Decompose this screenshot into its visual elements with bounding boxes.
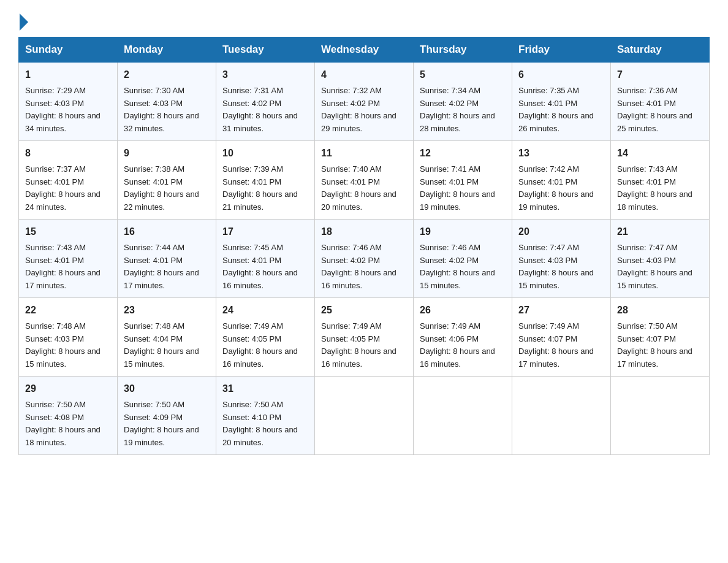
- calendar-cell: 6Sunrise: 7:35 AMSunset: 4:01 PMDaylight…: [512, 63, 611, 141]
- day-info: Sunrise: 7:49 AMSunset: 4:05 PMDaylight:…: [222, 320, 308, 371]
- calendar-cell: 11Sunrise: 7:40 AMSunset: 4:01 PMDayligh…: [315, 140, 414, 219]
- day-info: Sunrise: 7:32 AMSunset: 4:02 PMDaylight:…: [321, 85, 407, 136]
- day-info: Sunrise: 7:49 AMSunset: 4:06 PMDaylight:…: [420, 320, 506, 371]
- calendar-week-row: 15Sunrise: 7:43 AMSunset: 4:01 PMDayligh…: [19, 219, 710, 297]
- day-info: Sunrise: 7:30 AMSunset: 4:03 PMDaylight:…: [124, 85, 210, 136]
- day-info: Sunrise: 7:50 AMSunset: 4:09 PMDaylight:…: [124, 399, 210, 450]
- day-number: 11: [321, 146, 407, 161]
- calendar-cell: 25Sunrise: 7:49 AMSunset: 4:05 PMDayligh…: [315, 297, 414, 376]
- day-number: 14: [617, 146, 703, 161]
- day-number: 12: [420, 146, 506, 161]
- day-info: Sunrise: 7:42 AMSunset: 4:01 PMDaylight:…: [518, 163, 604, 214]
- calendar-week-row: 1Sunrise: 7:29 AMSunset: 4:03 PMDaylight…: [19, 63, 710, 141]
- calendar-table: SundayMondayTuesdayWednesdayThursdayFrid…: [18, 37, 710, 455]
- day-info: Sunrise: 7:47 AMSunset: 4:03 PMDaylight:…: [518, 242, 604, 293]
- day-number: 22: [25, 303, 111, 318]
- day-number: 19: [420, 224, 506, 240]
- day-info: Sunrise: 7:43 AMSunset: 4:01 PMDaylight:…: [25, 242, 111, 293]
- calendar-week-row: 8Sunrise: 7:37 AMSunset: 4:01 PMDaylight…: [19, 140, 710, 219]
- day-info: Sunrise: 7:29 AMSunset: 4:03 PMDaylight:…: [25, 85, 111, 136]
- day-number: 24: [222, 303, 308, 318]
- day-info: Sunrise: 7:35 AMSunset: 4:01 PMDaylight:…: [518, 85, 604, 136]
- day-number: 31: [222, 381, 308, 397]
- calendar-cell: 30Sunrise: 7:50 AMSunset: 4:09 PMDayligh…: [118, 376, 216, 454]
- calendar-cell: 13Sunrise: 7:42 AMSunset: 4:01 PMDayligh…: [512, 140, 611, 219]
- day-number: 8: [25, 146, 111, 161]
- day-info: Sunrise: 7:50 AMSunset: 4:08 PMDaylight:…: [25, 399, 111, 450]
- calendar-cell: 26Sunrise: 7:49 AMSunset: 4:06 PMDayligh…: [414, 297, 512, 376]
- calendar-cell: [414, 376, 512, 454]
- day-number: 7: [617, 67, 703, 83]
- day-info: Sunrise: 7:31 AMSunset: 4:02 PMDaylight:…: [222, 85, 308, 136]
- calendar-cell: 23Sunrise: 7:48 AMSunset: 4:04 PMDayligh…: [118, 297, 216, 376]
- calendar-cell: 8Sunrise: 7:37 AMSunset: 4:01 PMDaylight…: [19, 140, 118, 219]
- day-number: 6: [518, 67, 604, 83]
- calendar-cell: 12Sunrise: 7:41 AMSunset: 4:01 PMDayligh…: [414, 140, 512, 219]
- day-info: Sunrise: 7:46 AMSunset: 4:02 PMDaylight:…: [420, 242, 506, 293]
- day-info: Sunrise: 7:43 AMSunset: 4:01 PMDaylight:…: [617, 163, 703, 214]
- calendar-cell: 10Sunrise: 7:39 AMSunset: 4:01 PMDayligh…: [216, 140, 315, 219]
- calendar-cell: [611, 376, 710, 454]
- calendar-cell: 7Sunrise: 7:36 AMSunset: 4:01 PMDaylight…: [611, 63, 710, 141]
- day-info: Sunrise: 7:40 AMSunset: 4:01 PMDaylight:…: [321, 163, 407, 214]
- calendar-cell: [512, 376, 611, 454]
- day-info: Sunrise: 7:37 AMSunset: 4:01 PMDaylight:…: [25, 163, 111, 214]
- day-number: 26: [420, 303, 506, 318]
- calendar-cell: 18Sunrise: 7:46 AMSunset: 4:02 PMDayligh…: [315, 219, 414, 297]
- page-header: [18, 12, 710, 31]
- day-info: Sunrise: 7:50 AMSunset: 4:10 PMDaylight:…: [222, 399, 308, 450]
- day-info: Sunrise: 7:48 AMSunset: 4:04 PMDaylight:…: [124, 320, 210, 371]
- day-number: 20: [518, 224, 604, 240]
- day-info: Sunrise: 7:44 AMSunset: 4:01 PMDaylight:…: [124, 242, 210, 293]
- calendar-header-row: SundayMondayTuesdayWednesdayThursdayFrid…: [19, 37, 710, 63]
- day-number: 1: [25, 67, 111, 83]
- day-info: Sunrise: 7:49 AMSunset: 4:07 PMDaylight:…: [518, 320, 604, 371]
- day-number: 25: [321, 303, 407, 318]
- day-info: Sunrise: 7:50 AMSunset: 4:07 PMDaylight:…: [617, 320, 703, 371]
- calendar-cell: 22Sunrise: 7:48 AMSunset: 4:03 PMDayligh…: [19, 297, 118, 376]
- day-number: 28: [617, 303, 703, 318]
- day-info: Sunrise: 7:34 AMSunset: 4:02 PMDaylight:…: [420, 85, 506, 136]
- calendar-week-row: 29Sunrise: 7:50 AMSunset: 4:08 PMDayligh…: [19, 376, 710, 454]
- day-info: Sunrise: 7:45 AMSunset: 4:01 PMDaylight:…: [222, 242, 308, 293]
- day-info: Sunrise: 7:39 AMSunset: 4:01 PMDaylight:…: [222, 163, 308, 214]
- logo: [18, 12, 28, 31]
- col-header-monday: Monday: [118, 37, 216, 63]
- col-header-friday: Friday: [512, 37, 611, 63]
- calendar-cell: 14Sunrise: 7:43 AMSunset: 4:01 PMDayligh…: [611, 140, 710, 219]
- day-info: Sunrise: 7:48 AMSunset: 4:03 PMDaylight:…: [25, 320, 111, 371]
- day-number: 29: [25, 381, 111, 397]
- day-info: Sunrise: 7:38 AMSunset: 4:01 PMDaylight:…: [124, 163, 210, 214]
- calendar-cell: 9Sunrise: 7:38 AMSunset: 4:01 PMDaylight…: [118, 140, 216, 219]
- calendar-cell: 28Sunrise: 7:50 AMSunset: 4:07 PMDayligh…: [611, 297, 710, 376]
- calendar-cell: 20Sunrise: 7:47 AMSunset: 4:03 PMDayligh…: [512, 219, 611, 297]
- col-header-thursday: Thursday: [414, 37, 512, 63]
- day-info: Sunrise: 7:46 AMSunset: 4:02 PMDaylight:…: [321, 242, 407, 293]
- calendar-cell: 1Sunrise: 7:29 AMSunset: 4:03 PMDaylight…: [19, 63, 118, 141]
- day-number: 10: [222, 146, 308, 161]
- col-header-tuesday: Tuesday: [216, 37, 315, 63]
- calendar-cell: 17Sunrise: 7:45 AMSunset: 4:01 PMDayligh…: [216, 219, 315, 297]
- calendar-cell: 15Sunrise: 7:43 AMSunset: 4:01 PMDayligh…: [19, 219, 118, 297]
- day-number: 2: [124, 67, 210, 83]
- day-number: 27: [518, 303, 604, 318]
- day-number: 21: [617, 224, 703, 240]
- calendar-week-row: 22Sunrise: 7:48 AMSunset: 4:03 PMDayligh…: [19, 297, 710, 376]
- day-number: 4: [321, 67, 407, 83]
- day-info: Sunrise: 7:47 AMSunset: 4:03 PMDaylight:…: [617, 242, 703, 293]
- calendar-cell: 19Sunrise: 7:46 AMSunset: 4:02 PMDayligh…: [414, 219, 512, 297]
- day-number: 15: [25, 224, 111, 240]
- col-header-wednesday: Wednesday: [315, 37, 414, 63]
- col-header-saturday: Saturday: [611, 37, 710, 63]
- calendar-cell: [315, 376, 414, 454]
- calendar-cell: 27Sunrise: 7:49 AMSunset: 4:07 PMDayligh…: [512, 297, 611, 376]
- calendar-cell: 3Sunrise: 7:31 AMSunset: 4:02 PMDaylight…: [216, 63, 315, 141]
- calendar-cell: 31Sunrise: 7:50 AMSunset: 4:10 PMDayligh…: [216, 376, 315, 454]
- day-number: 18: [321, 224, 407, 240]
- day-number: 23: [124, 303, 210, 318]
- calendar-cell: 16Sunrise: 7:44 AMSunset: 4:01 PMDayligh…: [118, 219, 216, 297]
- day-info: Sunrise: 7:41 AMSunset: 4:01 PMDaylight:…: [420, 163, 506, 214]
- calendar-cell: 4Sunrise: 7:32 AMSunset: 4:02 PMDaylight…: [315, 63, 414, 141]
- col-header-sunday: Sunday: [19, 37, 118, 63]
- day-number: 5: [420, 67, 506, 83]
